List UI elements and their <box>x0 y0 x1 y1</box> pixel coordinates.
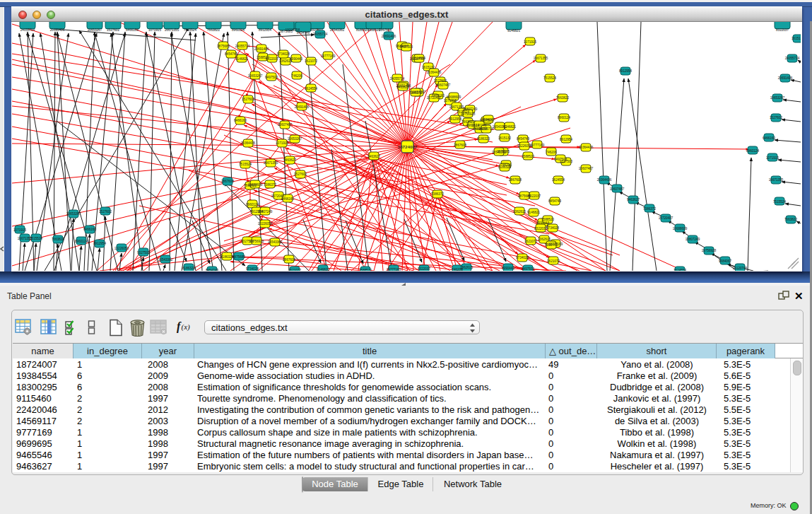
svg-text:6497503: 6497503 <box>265 76 278 79</box>
svg-text:7386372: 7386372 <box>409 91 422 95</box>
svg-text:10653267: 10653267 <box>66 212 81 216</box>
svg-text:8454749: 8454749 <box>297 31 310 35</box>
svg-text:18724007: 18724007 <box>398 144 418 149</box>
svg-text:8454749: 8454749 <box>206 269 218 271</box>
svg-text:(x): (x) <box>182 322 191 332</box>
svg-text:1588520: 1588520 <box>367 28 380 32</box>
svg-text:6466160: 6466160 <box>281 197 294 201</box>
svg-text:7515524: 7515524 <box>30 237 42 240</box>
svg-text:746206: 746206 <box>452 268 463 271</box>
svg-text:19777169: 19777169 <box>387 268 401 271</box>
svg-text:9684067: 9684067 <box>719 259 731 263</box>
svg-text:1621072: 1621072 <box>547 259 560 263</box>
svg-text:24055714: 24055714 <box>479 127 494 131</box>
svg-text:10653267: 10653267 <box>770 96 785 100</box>
svg-text:1527602: 1527602 <box>99 210 112 214</box>
svg-text:16671355: 16671355 <box>534 57 548 60</box>
svg-text:16120746: 16120746 <box>733 267 748 270</box>
svg-text:9146821: 9146821 <box>503 125 516 129</box>
svg-text:1071915: 1071915 <box>148 28 161 32</box>
svg-text:1071915: 1071915 <box>13 228 26 232</box>
svg-text:2867608: 2867608 <box>454 144 466 147</box>
svg-text:3875685: 3875685 <box>280 30 293 33</box>
svg-text:1621072: 1621072 <box>288 269 301 271</box>
svg-text:19777169: 19777169 <box>321 54 336 58</box>
svg-text:16671355: 16671355 <box>769 178 784 182</box>
svg-text:10607487: 10607487 <box>610 187 625 191</box>
svg-text:6466160: 6466160 <box>83 228 96 231</box>
svg-text:8960124: 8960124 <box>232 28 245 32</box>
svg-text:10688609: 10688609 <box>248 183 263 187</box>
svg-text:1621072: 1621072 <box>305 59 317 63</box>
svg-text:7515524: 7515524 <box>543 76 556 80</box>
svg-text:19756928: 19756928 <box>702 249 717 252</box>
svg-text:13226058: 13226058 <box>114 247 129 250</box>
svg-text:6497503: 6497503 <box>554 158 567 161</box>
svg-text:7663822: 7663822 <box>207 28 220 32</box>
svg-text:10607487: 10607487 <box>579 167 594 170</box>
svg-text:8454749: 8454749 <box>548 199 561 203</box>
svg-text:8454749: 8454749 <box>225 52 237 56</box>
svg-text:1624554: 1624554 <box>552 178 565 182</box>
svg-text:8912954: 8912954 <box>259 28 271 32</box>
svg-text:746206: 746206 <box>546 151 557 154</box>
svg-text:1527602: 1527602 <box>242 98 254 101</box>
svg-text:20691406: 20691406 <box>295 105 310 109</box>
svg-text:16543362: 16543362 <box>158 258 173 262</box>
svg-text:7515524: 7515524 <box>184 28 196 32</box>
svg-text:2867608: 2867608 <box>379 28 392 32</box>
svg-text:9463627: 9463627 <box>627 198 640 201</box>
svg-text:8186323: 8186323 <box>477 137 490 141</box>
svg-text:1624554: 1624554 <box>673 269 686 271</box>
svg-text:20691406: 20691406 <box>778 76 793 80</box>
svg-text:1588520: 1588520 <box>541 218 554 221</box>
svg-text:10688609: 10688609 <box>447 95 461 99</box>
svg-text:8960124: 8960124 <box>746 149 759 153</box>
svg-text:8912954: 8912954 <box>619 69 632 73</box>
svg-text:16543362: 16543362 <box>330 28 345 32</box>
svg-text:20691406: 20691406 <box>382 35 396 38</box>
svg-text:9734028: 9734028 <box>516 256 529 259</box>
svg-text:8960124: 8960124 <box>75 240 88 243</box>
svg-text:1527602: 1527602 <box>434 79 447 83</box>
svg-text:746206: 746206 <box>291 74 302 78</box>
svg-text:8322037: 8322037 <box>266 57 278 61</box>
svg-text:9684067: 9684067 <box>482 118 495 122</box>
svg-text:9463627: 9463627 <box>367 155 380 158</box>
svg-text:2867608: 2867608 <box>221 180 234 183</box>
svg-text:8912954: 8912954 <box>560 138 572 141</box>
svg-text:6466160: 6466160 <box>234 119 247 122</box>
svg-text:8454749: 8454749 <box>517 137 529 141</box>
svg-text:1527602: 1527602 <box>770 116 782 119</box>
svg-text:13226058: 13226058 <box>258 222 273 226</box>
svg-text:1588520: 1588520 <box>522 155 534 158</box>
svg-text:1624554: 1624554 <box>413 57 425 60</box>
svg-text:19777169: 19777169 <box>530 144 545 147</box>
svg-text:9734028: 9734028 <box>277 52 290 56</box>
svg-text:9463627: 9463627 <box>396 86 409 89</box>
svg-text:8186323: 8186323 <box>498 165 511 169</box>
svg-text:8322037: 8322037 <box>534 227 547 230</box>
svg-text:8322037: 8322037 <box>418 267 430 271</box>
svg-text:9463627: 9463627 <box>283 158 296 162</box>
svg-text:10653267: 10653267 <box>88 28 102 32</box>
svg-text:8960124: 8960124 <box>558 116 570 119</box>
svg-text:7663822: 7663822 <box>556 96 569 100</box>
svg-text:19756928: 19756928 <box>249 240 264 243</box>
svg-text:8186323: 8186323 <box>220 255 233 259</box>
svg-text:1071915: 1071915 <box>766 156 779 160</box>
svg-text:1615132: 1615132 <box>422 66 435 69</box>
svg-text:15720407: 15720407 <box>427 96 442 100</box>
svg-text:1621072: 1621072 <box>524 240 537 243</box>
svg-text:1071915: 1071915 <box>276 141 288 145</box>
svg-text:9327503: 9327503 <box>137 251 150 255</box>
svg-text:10653267: 10653267 <box>288 137 302 141</box>
svg-text:1615132: 1615132 <box>498 136 511 140</box>
svg-text:20691406: 20691406 <box>50 28 65 32</box>
svg-text:20364436: 20364436 <box>427 71 442 74</box>
svg-text:8960124: 8960124 <box>246 203 259 206</box>
svg-text:1527602: 1527602 <box>107 28 119 32</box>
svg-text:16671355: 16671355 <box>449 105 464 109</box>
svg-text:6497503: 6497503 <box>522 267 534 271</box>
svg-text:7663822: 7663822 <box>784 218 797 221</box>
